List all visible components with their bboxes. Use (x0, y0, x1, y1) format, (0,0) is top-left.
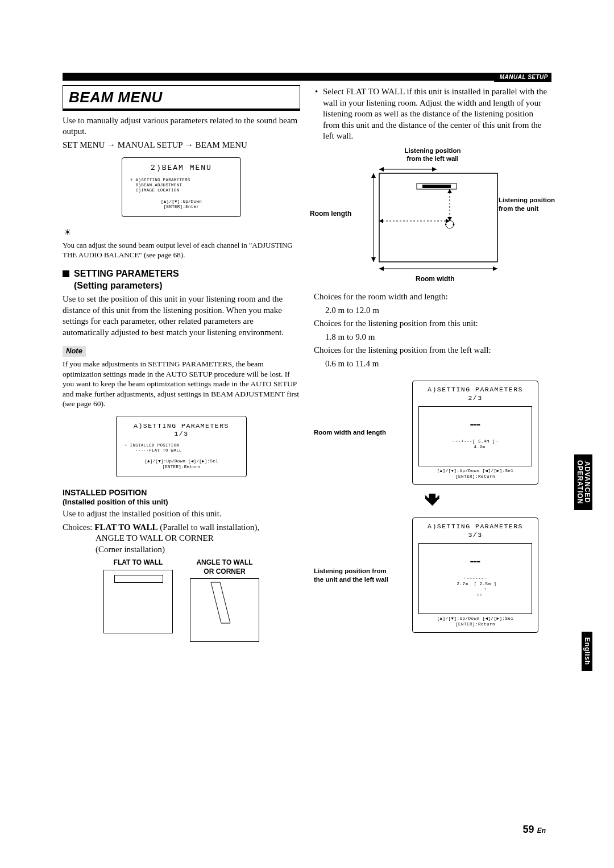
choices-label: Choices: (63, 523, 93, 532)
osd-foot: [▲]/[▼]:Up/Down [ENTER]:Enter (130, 199, 233, 210)
square-bullet-icon (63, 270, 69, 277)
osd-title: A)SETTING PARAMETERS 2/3 (418, 386, 532, 403)
angle-to-wall-diagram (190, 578, 259, 642)
note-body: If you make adjustments in SETTING PARAM… (63, 359, 300, 409)
svg-marker-18 (493, 266, 497, 271)
osd-inner-text: ←------→ 2.7m [ 2.5m ] ↕ ○○ (421, 576, 529, 598)
choices-lp-unit-val: 1.8 m to 9.0 m (314, 332, 551, 343)
osd-setting-params-3: A)SETTING PARAMETERS 3/3 ▬▬▬ ←------→ 2.… (412, 518, 538, 633)
choices-lp-unit: Choices for the listening position from … (314, 318, 551, 329)
osd-title: A)SETTING PARAMETERS 3/3 (418, 523, 532, 540)
installed-position-subheading: (Installed position of this unit) (63, 498, 300, 507)
room-length-label: Room length (310, 210, 351, 219)
lp-from-unit-wall-label: Listening position from the unit and the… (314, 567, 393, 584)
osd-beam-menu: 2)BEAM MENU + A)SETTING PARAMETERS B)BEA… (122, 157, 241, 217)
section-title: BEAM MENU (63, 85, 300, 111)
osd-setting-params-1: A)SETTING PARAMETERS 1/3 + INSTALLED POS… (116, 416, 247, 477)
header-bar (63, 73, 551, 81)
note-label: Note (63, 346, 86, 357)
intro-text: Use to manually adjust various parameter… (63, 115, 300, 137)
choices-lp-wall: Choices for the listening position from … (314, 345, 551, 356)
angle-label-l1: ANGLE TO WALL (190, 558, 259, 567)
osd-inner-text: ←--+---[ 5.4m ]→ 4.9m (421, 439, 529, 450)
choice-flat-to-wall: FLAT TO WALL (94, 523, 157, 532)
osd-inner: ▬▬▬ ←------→ 2.7m [ 2.5m ] ↕ ○○ (418, 543, 532, 614)
osd-foot: [▲]/[▼]:Up/Down [◀]/[▶]:Sel [ENTER]:Retu… (418, 616, 532, 628)
svg-marker-0 (211, 582, 230, 623)
header-section-label: MANUAL SETUP (494, 73, 551, 82)
svg-point-12 (453, 224, 455, 226)
page-lang: En (537, 827, 546, 834)
installed-position-body: Use to adjust the installed position of … (63, 508, 300, 520)
down-arrow-icon: 🢃 (314, 491, 551, 511)
osd-body: + A)SETTING PARAMETERS B)BEAM ADJUSTMENT… (130, 178, 233, 194)
svg-point-11 (445, 224, 447, 226)
osd-setting-params-2: A)SETTING PARAMETERS 2/3 ▬▬▬ ←--+---[ 5.… (412, 381, 538, 485)
tab-advanced-l2: OPERATION (576, 460, 584, 504)
lp-unit-label-l2: from the unit (499, 205, 561, 213)
heading-line2: (Setting parameters) (74, 281, 163, 290)
svg-marker-17 (379, 266, 384, 271)
choices-room: Choices for the room width and length: (314, 291, 551, 303)
choices-line: Choices: FLAT TO WALL (Parallel to wall … (63, 522, 300, 533)
osd-title: A)SETTING PARAMETERS 1/3 (125, 422, 238, 439)
soundbar-icon (114, 575, 163, 583)
setting-parameters-body: Use to set the position of this unit in … (63, 294, 300, 338)
choice-flat-rest: (Parallel to wall installation), (157, 523, 259, 532)
svg-marker-20 (379, 167, 384, 172)
angle-label-l2: OR CORNER (190, 567, 259, 577)
svg-marker-5 (379, 219, 383, 223)
room-width-length-label: Room width and length (314, 428, 393, 437)
heading-line1: SETTING PARAMETERS (74, 269, 179, 278)
choices-lp-wall-val: 0.6 m to 11.4 m (314, 358, 551, 370)
diag-top-label-l1: Listening position (314, 147, 551, 155)
osd-title: 2)BEAM MENU (130, 164, 233, 173)
tip-icon: ☀ (63, 227, 72, 239)
page-num: 59 (523, 824, 534, 835)
side-tab-advanced: ADVANCED OPERATION (574, 454, 592, 510)
osd-body: + INSTALLED POSITION ·····FLAT TO WALL (125, 443, 238, 454)
flat-to-wall-bullet: Select FLAT TO WALL if this unit is inst… (314, 86, 551, 142)
setting-parameters-heading: SETTING PARAMETERS (Setting parameters) (63, 268, 300, 292)
svg-marker-8 (447, 189, 452, 193)
svg-marker-15 (371, 257, 376, 262)
tab-english-label: English (582, 632, 592, 671)
osd-inner: ▬▬▬ ←--+---[ 5.4m ]→ 4.9m (418, 406, 532, 466)
choices-room-val: 2.0 m to 12.0 m (314, 305, 551, 316)
choice-corner: (Corner installation) (96, 544, 300, 556)
installed-position-heading: INSTALLED POSITION (63, 487, 300, 498)
osd-foot: [▲]/[▼]:Up/Down [◀]/[▶]:Sel [ENTER]:Retu… (418, 469, 532, 480)
lp-unit-label-l1: Listening position (499, 196, 561, 205)
svg-rect-3 (422, 185, 451, 188)
osd-foot: [▲]/[▼]:Up/Down [◀]/[▶]:Sel [ENTER]:Retu… (125, 459, 238, 470)
tip-text: You can adjust the sound beam output lev… (63, 241, 300, 260)
flat-to-wall-diagram (103, 570, 173, 633)
choice-angle: ANGLE TO WALL OR CORNER (96, 533, 300, 544)
nav-path: SET MENU → MANUAL SETUP → BEAM MENU (63, 140, 300, 151)
tab-advanced-l1: ADVANCED (583, 461, 591, 503)
flat-to-wall-label: FLAT TO WALL (103, 558, 173, 567)
svg-point-10 (446, 220, 454, 228)
svg-marker-14 (371, 173, 376, 178)
room-width-label: Room width (416, 275, 455, 284)
diag-top-label-l2: from the left wall (314, 155, 551, 163)
page-number: 59 En (523, 823, 546, 836)
room-diagram: Room length Listening position from the … (342, 166, 524, 280)
svg-marker-21 (432, 167, 437, 172)
side-tab-english: English (582, 632, 592, 671)
angle-svg-icon (190, 579, 259, 641)
